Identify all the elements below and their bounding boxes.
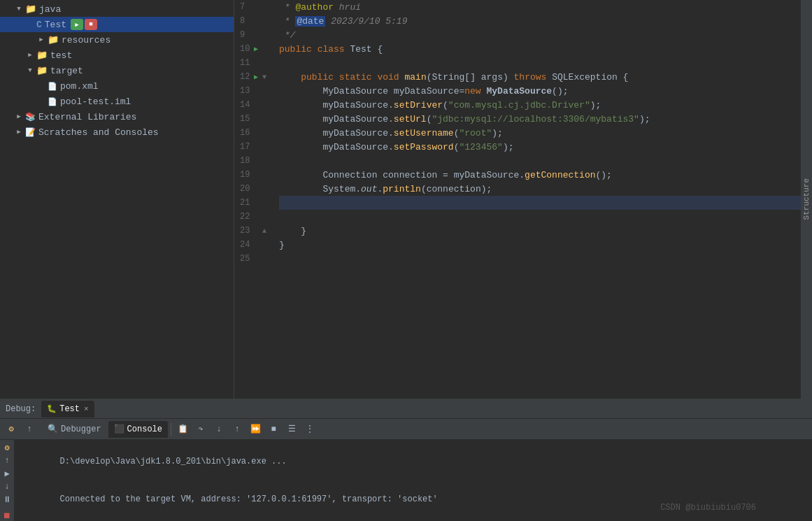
code-line-21 <box>279 196 806 210</box>
code-line-22 <box>279 210 806 224</box>
fold-arrow-23[interactable]: ▲ <box>262 227 266 235</box>
lib-icon: 📚 <box>25 112 36 122</box>
structure-sidebar[interactable]: Structure <box>801 0 812 399</box>
view-button[interactable]: ☰ <box>283 422 300 437</box>
debug-tab-bar: Debug: 🐛 Test × <box>0 399 812 419</box>
tab-close-button[interactable]: × <box>84 405 89 413</box>
run-green-button[interactable]: ▶ <box>71 19 83 30</box>
chevron-icon: ▶ <box>25 50 35 60</box>
resume-button[interactable]: ⏩ <box>247 422 264 437</box>
debugger-tab[interactable]: 🔍 Debugger <box>42 421 107 438</box>
code-line-14: myDataSource.setDriver("com.mysql.cj.jdb… <box>279 98 806 112</box>
debug-tab-test[interactable]: 🐛 Test × <box>41 401 94 417</box>
separator <box>171 423 171 436</box>
sidebar-item-label: target <box>50 66 83 76</box>
step-into-button[interactable]: ↓ <box>211 422 227 437</box>
debug-toolbar: ⚙ ↑ 🔍 Debugger ⬛ Console 📋 ↷ ↓ ↑ ⏩ ■ ☰ ⋮ <box>0 419 812 440</box>
sidebar-item-java[interactable]: ▼ 📁 java <box>0 1 234 17</box>
sidebar-item-label: pom.xml <box>60 81 99 92</box>
sidebar-item-scratches[interactable]: ▶ 📝 Scratches and Consoles <box>0 124 234 140</box>
code-line-24: } <box>279 238 806 252</box>
sidebar-item-pom[interactable]: 📄 pom.xml <box>0 78 234 94</box>
console-line-1: D:\develop\Java\jdk1.8.0_201\bin\java.ex… <box>20 443 806 480</box>
step-out-button[interactable]: ↑ <box>229 422 245 437</box>
run-red-button[interactable]: ■ <box>85 19 97 30</box>
sidebar-item-test-folder[interactable]: ▶ 📁 test <box>0 48 234 63</box>
run-buttons: ▶ ■ <box>71 19 97 30</box>
fold-arrow-12[interactable]: ▼ <box>262 73 266 81</box>
console-tab-icon: ⬛ <box>114 424 124 434</box>
bottom-panel: Debug: 🐛 Test × ⚙ ↑ 🔍 Debugger ⬛ Console… <box>0 399 812 521</box>
sidebar-item-label: resources <box>62 35 111 45</box>
code-line-9: */ <box>279 28 806 42</box>
code-line-10: public class Test { <box>279 42 806 56</box>
folder-icon: 📁 <box>25 3 36 15</box>
console-play-icon[interactable]: ▶ <box>4 469 9 479</box>
console-action-sidebar: ⚙ ↑ ▶ ↓ ⏸ ⏹ <box>0 440 14 521</box>
code-line-15: myDataSource.setUrl("jdbc:mysql://localh… <box>279 112 806 126</box>
debug-tab-icon: 🐛 <box>47 404 57 413</box>
code-area[interactable]: 7 8 9 10 ▶ 11 12 ▶ 13 14 15 16 17 18 19 <box>234 0 812 399</box>
run-marker[interactable]: ▶ <box>254 45 258 53</box>
console-pause-icon[interactable]: ⏸ <box>3 494 11 505</box>
code-line-19: Connection connection = myDataSource.get… <box>279 168 806 182</box>
chevron-icon: ▶ <box>36 35 46 45</box>
console-stop-icon[interactable]: ⏹ <box>3 511 11 521</box>
debug-label: Debug: <box>6 404 36 414</box>
code-content[interactable]: * @author hrui * @date 2023/9/10 5:19 */… <box>273 0 812 399</box>
project-sidebar: ▼ 📁 java C Test ▶ ■ ▶ 📁 resources ▶ 📁 te… <box>0 0 234 399</box>
chevron-icon: ▼ <box>25 66 35 76</box>
sidebar-item-label: Test <box>45 20 66 30</box>
gear-button[interactable]: ⚙ <box>3 422 20 437</box>
line-numbers: 7 8 9 10 ▶ 11 12 ▶ 13 14 15 16 17 18 19 <box>234 0 262 399</box>
sidebar-item-pool-test[interactable]: 📄 pool-test.iml <box>0 94 234 109</box>
folder-icon: 📁 <box>36 65 48 76</box>
code-editor: 7 8 9 10 ▶ 11 12 ▶ 13 14 15 16 17 18 19 <box>234 0 812 399</box>
sidebar-item-label: java <box>39 4 61 15</box>
code-line-25 <box>279 252 806 266</box>
code-line-17: myDataSource.setPassword("123456"); <box>279 140 806 154</box>
sidebar-item-label: pool-test.iml <box>60 97 131 107</box>
watermark: CSDN @biubiubiu0706 <box>660 501 756 514</box>
step-over-button[interactable]: ↷ <box>192 422 209 437</box>
structure-label[interactable]: Structure <box>802 178 811 220</box>
sidebar-item-target[interactable]: ▼ 📁 target <box>0 63 234 78</box>
code-line-8: * @date 2023/9/10 5:19 <box>279 14 806 28</box>
code-line-23: } <box>279 224 806 238</box>
console-down-icon[interactable]: ↓ <box>4 482 9 492</box>
console-output[interactable]: D:\develop\Java\jdk1.8.0_201\bin\java.ex… <box>14 440 812 521</box>
sidebar-item-label: Scratches and Consoles <box>38 127 159 138</box>
xml-icon: 📄 <box>48 82 57 91</box>
more-button[interactable]: ⋮ <box>301 422 318 437</box>
folder-icon: 📁 <box>48 34 59 45</box>
code-line-13: MyDataSource myDataSource=new MyDataSour… <box>279 84 806 98</box>
sidebar-item-external-libs[interactable]: ▶ 📚 External Libraries <box>0 109 234 124</box>
sidebar-item-test[interactable]: C Test ▶ ■ <box>0 17 234 32</box>
code-line-16: myDataSource.setUsername("root"); <box>279 126 806 140</box>
run-marker[interactable]: ▶ <box>254 73 258 81</box>
iml-icon: 📄 <box>48 97 57 106</box>
scratches-icon: 📝 <box>25 127 36 138</box>
chevron-icon: ▶ <box>14 127 24 137</box>
folder-icon: 📁 <box>36 50 48 61</box>
copy-button[interactable]: 📋 <box>174 422 191 437</box>
console-line-3: com.mysql.cj.jdbc.ConnectionImpl@534a5a9… <box>20 518 806 521</box>
sidebar-item-resources[interactable]: ▶ 📁 resources <box>0 32 234 48</box>
debug-tab-label: Test <box>59 404 80 414</box>
sidebar-item-label: test <box>50 50 72 61</box>
fold-arrows-column: ▼ ▲ <box>262 0 273 399</box>
chevron-icon: ▶ <box>14 112 24 122</box>
code-line-7: * @author hrui <box>279 0 806 14</box>
console-gear-icon[interactable]: ⚙ <box>4 443 9 453</box>
console-tab[interactable]: ⬛ Console <box>108 421 168 438</box>
console-area: ⚙ ↑ ▶ ↓ ⏸ ⏹ D:\develop\Java\jdk1.8.0_201… <box>0 440 812 521</box>
stop-button[interactable]: ■ <box>265 422 282 437</box>
console-tab-label: Console <box>127 424 162 434</box>
debugger-tab-icon: 🔍 <box>48 424 58 434</box>
code-line-11 <box>279 56 806 70</box>
java-icon: C <box>36 20 42 30</box>
chevron-icon: ▼ <box>14 4 24 14</box>
console-up-icon[interactable]: ↑ <box>4 456 9 466</box>
restore-layout-button[interactable]: ↑ <box>21 422 38 437</box>
debugger-tab-label: Debugger <box>61 424 101 434</box>
